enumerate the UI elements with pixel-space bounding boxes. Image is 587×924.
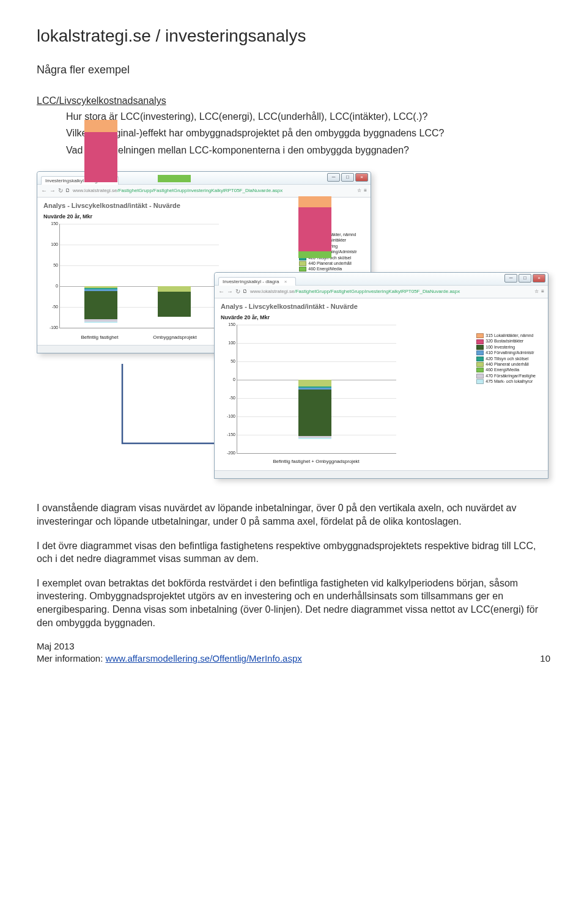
maximize-button[interactable]: □	[519, 274, 531, 283]
legend-item: 320 Bostadsintäkter	[476, 339, 536, 344]
body-p1: I ovanstående diagram visas nuvärdet av …	[37, 501, 550, 528]
ytick: 50	[221, 358, 235, 364]
ytick: 50	[43, 262, 58, 268]
body-p3: I exemplet ovan betraktas det bokförda r…	[37, 577, 550, 629]
ytick: -100	[43, 325, 58, 330]
body-p2: I det övre diagrammet visas den befintli…	[37, 539, 550, 566]
back-icon[interactable]: ←	[218, 287, 224, 296]
close-button[interactable]: ×	[355, 173, 368, 182]
page-title: lokalstrategi.se / investeringsanalys	[37, 24, 550, 48]
bookmark-icon[interactable]: ☆	[534, 289, 539, 295]
report-title-2: Analys - Livscykelkostnad/intäkt - Nuvär…	[215, 298, 548, 311]
ytick: -50	[221, 395, 235, 401]
legend-item: 460 Energi/Media	[476, 368, 536, 372]
legend-item: 100 Investering	[476, 345, 536, 350]
intro-q2: Vilken (marginal-)effekt har ombyggnadsp…	[66, 127, 550, 140]
forward-icon[interactable]: →	[50, 187, 56, 195]
legend-item: 475 Mark- och lokalhyror	[476, 379, 536, 384]
back-icon[interactable]: ←	[41, 187, 47, 195]
site-info-icon[interactable]: 🗋	[243, 289, 248, 295]
browser-tab[interactable]: Investeringskalkyl - diagra ×	[218, 277, 296, 286]
minimize-button[interactable]: ─	[327, 173, 340, 182]
tab-close-icon[interactable]: ×	[284, 279, 287, 284]
url-host: www.lokalstrategi.se	[250, 289, 294, 294]
ytick: 100	[43, 242, 58, 247]
ytick: -200	[221, 450, 235, 456]
maximize-button[interactable]: □	[341, 173, 354, 182]
legend-item: 440 Planerat underhåll	[476, 362, 536, 367]
ytick: -100	[221, 413, 235, 419]
close-button[interactable]: ×	[533, 274, 545, 283]
legend-2: 315 Lokalintäkter, nämnd320 Bostadsintäk…	[476, 333, 536, 385]
url-host: www.lokalstrategi.se	[73, 188, 117, 193]
url-path: /FastighetGrupp/FastighetGruppInvesterin…	[294, 289, 460, 294]
footer: Maj 2013 Mer information: www.affarsmode…	[37, 640, 550, 665]
ytick: -150	[221, 432, 235, 437]
xlabel-combined: Befintlig fastighet + Ombyggnadsprojekt	[237, 459, 396, 465]
site-info-icon[interactable]: 🗋	[65, 188, 70, 194]
ytick: 0	[43, 283, 58, 289]
screenshots-canvas: Investeringskalkyl - diagra × ─ □ × ← → …	[37, 171, 550, 489]
ytick: 100	[221, 340, 235, 346]
scrollbar[interactable]	[215, 470, 548, 478]
body-text: I ovanstående diagram visas nuvärdet av …	[37, 501, 550, 629]
url-path: /FastighetGrupp/FastighetGruppInvesterin…	[117, 188, 282, 193]
footer-link[interactable]: www.affarsmodellering.se/Offentlig/MerIn…	[106, 653, 302, 663]
page-number: 10	[540, 652, 550, 665]
ytick: 150	[221, 322, 235, 327]
legend-item: 460 Energi/Media	[299, 267, 358, 272]
intro-q3: Vad blir fördelningen mellan LCC-kompone…	[66, 144, 550, 157]
menu-icon[interactable]: ≡	[364, 188, 367, 194]
menu-icon[interactable]: ≡	[541, 289, 544, 295]
chart-2: 150 100 50 0 -50 -100 -150 -200	[221, 325, 542, 465]
page-subtitle: Några fler exempel	[37, 62, 550, 77]
xlabel-1: Befintlig fastighet	[63, 334, 136, 341]
ytick: 150	[43, 221, 58, 226]
legend-item: 470 Försäkringar/Fastighe	[476, 374, 536, 379]
legend-item: 420 Tillsyn och skötsel	[476, 357, 536, 361]
tab-label: Investeringskalkyl - diagra	[223, 279, 279, 284]
intro-q1: Hur stora är LCC(investering), LCC(energ…	[66, 110, 550, 124]
intro-questions: Hur stora är LCC(investering), LCC(energ…	[66, 110, 550, 157]
reload-icon[interactable]: ↻	[58, 187, 63, 195]
forward-icon[interactable]: →	[227, 287, 233, 296]
ytick: -50	[43, 304, 58, 309]
reload-icon[interactable]: ↻	[235, 287, 240, 296]
legend-item: 440 Planerat underhåll	[299, 261, 358, 266]
footer-more-label: Mer information:	[37, 653, 106, 663]
browser-window-2: Investeringskalkyl - diagra × ─ □ × ← → …	[214, 272, 548, 478]
ytick: 0	[221, 377, 235, 382]
report-subtitle-2: Nuvärde 20 år, Mkr	[215, 311, 548, 322]
xlabel-2: Ombyggnadsprojekt	[135, 334, 215, 341]
address-bar[interactable]: www.lokalstrategi.se/FastighetGrupp/Fast…	[73, 188, 355, 194]
minimize-button[interactable]: ─	[504, 274, 517, 283]
section-heading: LCC/Livscykelkostnadsanalys	[37, 94, 550, 108]
address-bar[interactable]: www.lokalstrategi.se/FastighetGrupp/Fast…	[250, 289, 532, 295]
legend-item: 410 Förvaltning/Administr	[476, 350, 536, 355]
bookmark-icon[interactable]: ☆	[357, 188, 361, 194]
legend-item: 315 Lokalintäkter, nämnd	[476, 333, 536, 338]
footer-date: Maj 2013	[37, 640, 302, 652]
